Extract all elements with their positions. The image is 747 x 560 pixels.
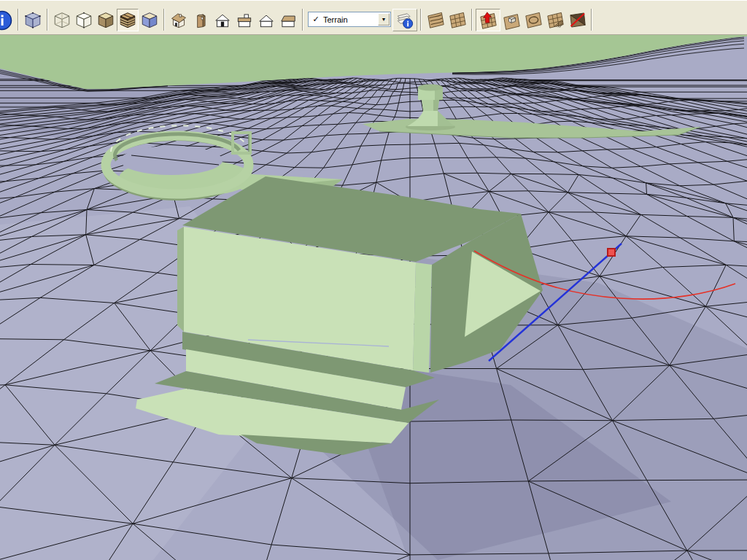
main-toolbar: ✓ Terrain ▼ (0, 0, 747, 35)
view-back-icon (235, 11, 254, 30)
wireframe-cube-icon (53, 11, 71, 30)
layer-dropdown-arrow[interactable]: ▼ (378, 13, 390, 26)
toolbar-separator (471, 9, 473, 31)
xray-button[interactable] (22, 9, 44, 31)
view-top-button[interactable] (190, 9, 212, 31)
drape-button[interactable] (522, 9, 544, 31)
x-ray-cube-icon (23, 11, 42, 30)
view-iso-button[interactable] (168, 9, 190, 31)
toolbar-separator (302, 9, 303, 31)
view-front-button[interactable] (212, 9, 233, 31)
flip-edge-icon (568, 10, 587, 30)
toolbar-separator (47, 9, 48, 31)
layer-dropdown-value: Terrain (323, 15, 378, 24)
view-right-icon (279, 11, 298, 30)
view-left-button[interactable] (255, 9, 277, 31)
stamp-icon (502, 10, 522, 30)
stamp-button[interactable] (500, 9, 522, 31)
view-back-button[interactable] (233, 9, 255, 31)
drape-icon (524, 10, 543, 30)
layer-manager-button[interactable] (392, 9, 417, 31)
toolbar-separator (163, 9, 165, 31)
wireframe-button[interactable] (51, 9, 73, 31)
hidden-line-button[interactable] (73, 9, 95, 31)
toolbar-separator (420, 9, 422, 31)
layer-visible-checkmark: ✓ (309, 15, 323, 24)
info-button[interactable] (0, 9, 15, 31)
from-scratch-icon (448, 10, 468, 30)
monochrome-button[interactable] (139, 9, 160, 31)
add-detail-button[interactable] (544, 9, 566, 31)
view-top-icon (191, 11, 210, 30)
flip-edge-button[interactable] (566, 9, 588, 31)
view-right-button[interactable] (277, 9, 299, 31)
shaded-button[interactable] (95, 9, 117, 31)
hidden-line-cube-icon (74, 11, 93, 30)
add-detail-icon (546, 10, 565, 30)
viewport-3d-canvas[interactable] (0, 35, 747, 560)
toolbar-separator (591, 9, 592, 31)
shaded-textures-button[interactable] (117, 9, 139, 31)
info-icon (0, 9, 15, 31)
smoove-button[interactable] (476, 9, 500, 31)
layers-info-icon (395, 11, 415, 30)
from-scratch-button[interactable] (446, 9, 468, 31)
viewport (0, 35, 747, 560)
from-contours-button[interactable] (425, 9, 446, 31)
layer-dropdown[interactable]: ✓ Terrain ▼ (308, 12, 391, 27)
view-left-icon (257, 11, 276, 30)
smoove-icon (479, 10, 498, 30)
smoove-endpoint-marker[interactable] (608, 249, 615, 256)
view-front-icon (213, 11, 232, 30)
shaded-cube-icon (96, 11, 115, 30)
shaded-textures-cube-icon (118, 11, 137, 30)
from-contours-icon (426, 10, 446, 30)
monochrome-cube-icon (140, 11, 159, 30)
toolbar-separator (18, 9, 19, 31)
view-iso-icon (169, 11, 188, 30)
